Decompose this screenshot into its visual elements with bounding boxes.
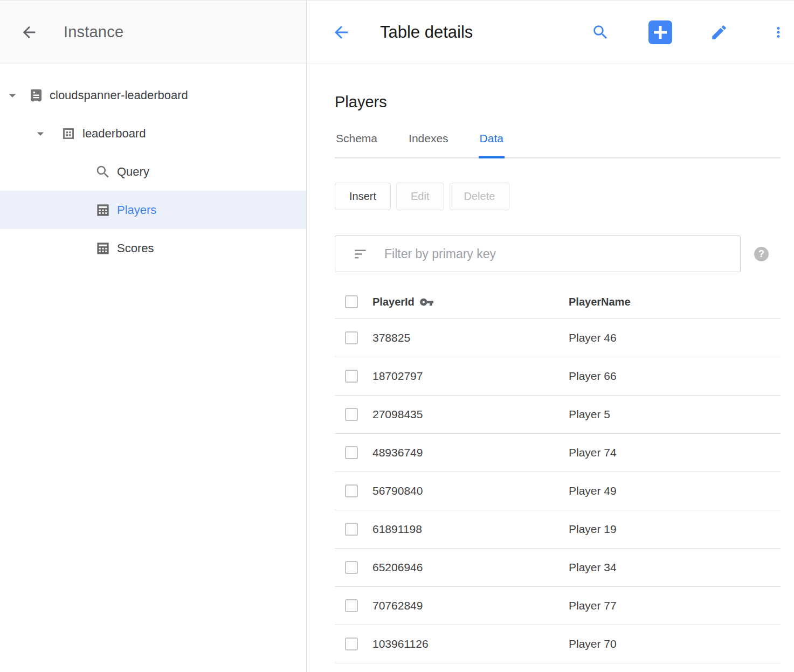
table-row: 378825 Player 46: [335, 319, 781, 357]
primary-key-icon: [419, 295, 434, 309]
tree-item-label: leaderboard: [82, 127, 146, 141]
chevron-down-icon[interactable]: [32, 126, 49, 142]
table-row: 103961126 Player 70: [335, 625, 781, 663]
main-header: Table details: [307, 1, 794, 64]
cell-playername: Player 19: [569, 523, 781, 536]
table-row: 56790840 Player 49: [335, 472, 781, 510]
filter-input[interactable]: [384, 247, 731, 261]
table-icon: [95, 240, 111, 257]
edit-button: Edit: [396, 183, 444, 210]
players-data-table: PlayerId PlayerName 378825 Player 46: [335, 285, 781, 663]
cell-playerid: 18702797: [372, 370, 569, 383]
table-body: 378825 Player 46 18702797 Player 66 2709…: [335, 319, 781, 663]
tab-schema[interactable]: Schema: [335, 132, 378, 157]
cell-playerid: 378825: [372, 331, 569, 344]
back-icon[interactable]: [331, 22, 351, 43]
filter-box: [335, 235, 741, 272]
cell-playerid: 61891198: [372, 523, 569, 536]
insert-button[interactable]: Insert: [335, 183, 391, 210]
instance-icon: [28, 87, 44, 103]
tree-item-players[interactable]: Players: [0, 191, 306, 229]
filter-sort-icon: [353, 247, 368, 261]
table-row: 27098435 Player 5: [335, 396, 781, 434]
cell-playername: Player 46: [569, 331, 781, 344]
table-row: 70762849 Player 77: [335, 587, 781, 625]
cell-playername: Player 77: [569, 599, 781, 612]
tab-data[interactable]: Data: [479, 132, 505, 158]
back-icon[interactable]: [19, 23, 39, 42]
sidebar-title: Instance: [64, 23, 123, 41]
tab-bar: Schema Indexes Data: [335, 132, 781, 158]
row-checkbox[interactable]: [345, 484, 358, 497]
cell-playername: Player 34: [569, 561, 781, 574]
toolbar: Insert Edit Delete: [335, 183, 781, 210]
table-row: 48936749 Player 74: [335, 434, 781, 472]
main-panel: Table details Players Schema Indexes Dat…: [307, 1, 794, 672]
row-checkbox[interactable]: [345, 523, 358, 536]
tree-item-query[interactable]: Query: [0, 153, 306, 191]
tree-item-instance[interactable]: cloudspanner-leaderboard: [0, 76, 306, 114]
sidebar-header: Instance: [0, 1, 306, 64]
table-row: 18702797 Player 66: [335, 357, 781, 396]
cell-playername: Player 70: [569, 638, 781, 650]
cell-playerid: 103961126: [372, 638, 569, 650]
search-icon: [95, 164, 111, 180]
cell-playername: Player 5: [569, 408, 781, 421]
page-title: Players: [335, 92, 781, 112]
tree-item-label: Scores: [117, 241, 154, 255]
column-header-playername: PlayerName: [569, 296, 781, 308]
tree-item-label: cloudspanner-leaderboard: [50, 88, 188, 102]
header-actions: [591, 20, 786, 44]
more-vert-icon[interactable]: [770, 23, 786, 41]
app-window: Instance cloudspanner-leaderboard: [0, 0, 794, 672]
tree-item-database[interactable]: leaderboard: [0, 114, 306, 153]
cell-playerid: 48936749: [372, 446, 569, 459]
tab-indexes[interactable]: Indexes: [408, 132, 450, 157]
table-row: 65206946 Player 34: [335, 549, 781, 587]
row-checkbox[interactable]: [345, 408, 358, 421]
help-icon[interactable]: ?: [754, 247, 769, 261]
chevron-down-icon[interactable]: [4, 87, 20, 103]
cell-playerid: 70762849: [372, 599, 569, 612]
cell-playername: Player 74: [569, 446, 781, 459]
tree-item-label: Query: [117, 165, 149, 179]
search-icon[interactable]: [591, 23, 610, 41]
table-header-row: PlayerId PlayerName: [335, 285, 781, 319]
row-checkbox[interactable]: [345, 446, 358, 459]
cell-playerid: 27098435: [372, 408, 569, 421]
row-checkbox[interactable]: [345, 561, 358, 574]
cell-playername: Player 49: [569, 484, 781, 497]
cell-playername: Player 66: [569, 370, 781, 383]
table-row: 61891198 Player 19: [335, 510, 781, 549]
delete-button: Delete: [450, 183, 510, 210]
filter-row: ?: [335, 235, 781, 272]
table-details-content: Players Schema Indexes Data Insert Edit …: [335, 64, 781, 663]
instance-tree: cloudspanner-leaderboard leaderboard: [0, 64, 306, 267]
edit-pencil-icon[interactable]: [710, 23, 728, 41]
row-checkbox[interactable]: [345, 370, 358, 383]
row-checkbox[interactable]: [345, 599, 358, 612]
row-checkbox[interactable]: [345, 638, 358, 650]
add-record-button[interactable]: [648, 20, 672, 44]
select-all-checkbox[interactable]: [345, 295, 358, 308]
database-icon: [60, 126, 77, 142]
cell-playerid: 56790840: [372, 484, 569, 497]
sidebar: Instance cloudspanner-leaderboard: [0, 1, 307, 672]
column-header-playerid: PlayerId: [372, 296, 415, 308]
tree-item-scores[interactable]: Scores: [0, 229, 306, 267]
page-header-title: Table details: [380, 23, 473, 42]
row-checkbox[interactable]: [345, 331, 358, 344]
tree-item-label: Players: [117, 203, 156, 217]
table-icon: [95, 202, 111, 218]
cell-playerid: 65206946: [372, 561, 569, 574]
